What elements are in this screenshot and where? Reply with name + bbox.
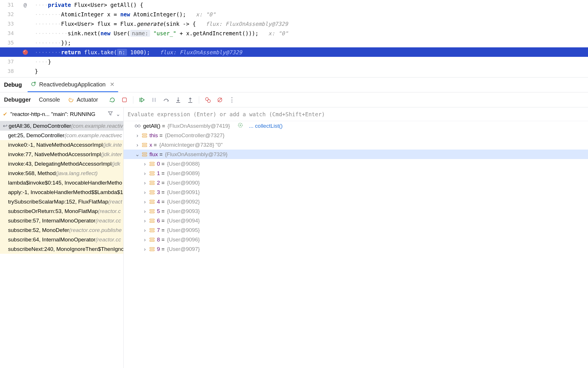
- expand-chevron-icon[interactable]: ›: [143, 227, 147, 233]
- stack-frame[interactable]: get:25, DemoController (com.example.reac…: [0, 131, 123, 140]
- filter-icon[interactable]: [108, 111, 113, 117]
- stack-frame[interactable]: apply:-1, InvocableHandlerMethod$$Lambda…: [0, 187, 123, 197]
- step-over-icon[interactable]: [163, 96, 170, 103]
- stack-frame[interactable]: trySubscribeScalarMap:152, FluxFlatMap (…: [0, 197, 123, 206]
- stack-frame[interactable]: lambda$invoke$0:145, InvocableHandlerMet…: [0, 178, 123, 187]
- expand-chevron-icon[interactable]: ›: [143, 208, 147, 214]
- stack-frame[interactable]: ↩getAll:36, DemoController (com.example.…: [0, 121, 123, 131]
- separator: [133, 96, 133, 104]
- result-row[interactable]: getAll() = {FluxOnAssembly@7419} ... col…: [124, 121, 588, 131]
- collect-list-link[interactable]: ... collectList(): [249, 123, 283, 129]
- variable-row[interactable]: ›3 = {User@9091}: [124, 187, 588, 197]
- thread-selector[interactable]: ✔ "reactor-http-n... "main": RUNNING ⌄: [0, 107, 123, 121]
- stack-frame[interactable]: invoke:568, Method (java.lang.reflect): [0, 168, 123, 178]
- expand-chevron-icon[interactable]: ›: [143, 189, 147, 195]
- evaluate-expression-input[interactable]: Evaluate expression (Enter) or add a wat…: [124, 107, 588, 121]
- more-icon[interactable]: ⋮: [228, 96, 235, 103]
- code-line[interactable]: 33········Flux<User> flux = Flux.generat…: [0, 19, 588, 28]
- svg-rect-26: [150, 191, 154, 192]
- expand-chevron-icon[interactable]: ›: [143, 161, 147, 167]
- frames-panel: ✔ "reactor-http-n... "main": RUNNING ⌄ ↩…: [0, 107, 124, 368]
- stack-frame[interactable]: invoke:43, DelegatingMethodAccessorImpl …: [0, 159, 123, 168]
- variable-row[interactable]: ›1 = {User@9089}: [124, 168, 588, 178]
- variable-row[interactable]: ›0 = {User@9088}: [124, 159, 588, 168]
- stack-frame[interactable]: subscribeOrReturn:53, MonoFlatMap (react…: [0, 206, 123, 216]
- resume-icon[interactable]: [139, 96, 145, 103]
- line-number: 32: [0, 11, 17, 17]
- variable-row[interactable]: ›7 = {User@9095}: [124, 225, 588, 235]
- expand-chevron-icon[interactable]: ›: [143, 199, 147, 205]
- rerun-icon[interactable]: [109, 96, 116, 103]
- svg-rect-38: [150, 247, 154, 249]
- field-icon: [149, 200, 155, 204]
- expand-chevron-icon[interactable]: ›: [143, 246, 147, 252]
- code-text[interactable]: ········Flux<User> flux = Flux.generate(…: [33, 21, 588, 27]
- field-icon: [149, 238, 155, 242]
- expand-chevron-icon[interactable]: ›: [143, 180, 147, 186]
- close-tab-icon[interactable]: ✕: [110, 81, 115, 88]
- frame-list[interactable]: ↩getAll:36, DemoController (com.example.…: [0, 121, 123, 368]
- variable-row[interactable]: ⌄flux = {FluxOnAssembly@7329}: [124, 150, 588, 159]
- reactor-icon: [238, 123, 243, 129]
- stack-frame[interactable]: invoke:77, NativeMethodAccessorImpl (jdk…: [0, 150, 123, 159]
- field-icon: [149, 247, 155, 251]
- code-line[interactable]: 35········});: [0, 38, 588, 47]
- code-line[interactable]: 37····}: [0, 57, 588, 66]
- code-text[interactable]: ····}: [33, 59, 588, 65]
- code-line[interactable]: ········return flux.take(n: 1000); flux:…: [0, 47, 588, 57]
- code-text[interactable]: ··········sink.next(new User(name: "user…: [33, 30, 588, 36]
- code-text[interactable]: ········AtomicInteger x = new AtomicInte…: [33, 11, 588, 18]
- variable-row[interactable]: ›5 = {User@9093}: [124, 206, 588, 216]
- stack-frame[interactable]: subscribe:64, InternalMonoOperator (reac…: [0, 235, 123, 244]
- view-breakpoints-icon[interactable]: [204, 96, 211, 103]
- code-editor[interactable]: 31@····private Flux<User> getAll() {32··…: [0, 0, 588, 78]
- stack-frame[interactable]: subscribe:57, InternalMonoOperator (reac…: [0, 216, 123, 225]
- expand-chevron-icon[interactable]: ›: [143, 218, 147, 224]
- step-into-icon[interactable]: [175, 96, 182, 103]
- code-line[interactable]: 32········AtomicInteger x = new AtomicIn…: [0, 9, 588, 19]
- intention-icon[interactable]: @: [17, 2, 33, 8]
- expand-chevron-icon[interactable]: ⌄: [135, 151, 140, 158]
- code-text[interactable]: ········return flux.take(n: 1000); flux:…: [33, 49, 588, 55]
- expand-chevron-icon[interactable]: ›: [135, 132, 140, 139]
- step-out-icon[interactable]: [187, 96, 194, 103]
- variable-row[interactable]: ›4 = {User@9092}: [124, 197, 588, 206]
- svg-point-11: [138, 125, 140, 127]
- run-config-icon: [31, 81, 37, 88]
- expand-chevron-icon[interactable]: ›: [143, 237, 147, 243]
- expand-chevron-icon[interactable]: ›: [135, 142, 140, 148]
- stack-frame[interactable]: subscribe:52, MonoDefer (reactor.core.pu…: [0, 225, 123, 235]
- code-line[interactable]: 38}: [0, 66, 588, 76]
- variable-row[interactable]: ›8 = {User@9096}: [124, 235, 588, 244]
- svg-point-10: [135, 125, 137, 127]
- variable-row[interactable]: ›9 = {User@9097}: [124, 244, 588, 254]
- code-text[interactable]: }: [33, 68, 588, 74]
- variable-list[interactable]: getAll() = {FluxOnAssembly@7419} ... col…: [124, 121, 588, 368]
- variable-row[interactable]: ›6 = {User@9094}: [124, 216, 588, 225]
- tab-console[interactable]: Console: [39, 96, 60, 103]
- code-line[interactable]: 31@····private Flux<User> getAll() {: [0, 0, 588, 9]
- run-config-tab[interactable]: ReactivedebugApplication ✕: [28, 78, 118, 92]
- expand-chevron-icon[interactable]: ›: [143, 170, 147, 177]
- stack-frame[interactable]: subscribeNext:240, MonoIgnoreThen$ThenIg…: [0, 244, 123, 254]
- stack-frame[interactable]: invoke0:-1, NativeMethodAccessorImpl (jd…: [0, 140, 123, 150]
- stop-icon[interactable]: [121, 96, 128, 103]
- separator: [199, 96, 199, 104]
- svg-rect-22: [150, 172, 154, 173]
- chevron-down-icon[interactable]: ⌄: [116, 111, 120, 117]
- pause-icon[interactable]: [151, 96, 157, 103]
- svg-rect-17: [142, 146, 147, 147]
- svg-rect-15: [142, 136, 147, 137]
- code-text[interactable]: ····private Flux<User> getAll() {: [33, 2, 588, 8]
- svg-rect-27: [150, 193, 154, 194]
- variable-row[interactable]: ›this = {DemoController@7327}: [124, 131, 588, 140]
- tab-actuator[interactable]: Actuator: [77, 96, 98, 103]
- mute-breakpoints-icon[interactable]: [216, 96, 223, 103]
- tab-debugger[interactable]: Debugger: [4, 96, 31, 103]
- code-line[interactable]: 34··········sink.next(new User(name: "us…: [0, 28, 588, 38]
- svg-point-8: [207, 100, 210, 102]
- breakpoint-icon[interactable]: [17, 50, 33, 55]
- variable-row[interactable]: ›x = {AtomicInteger@7328} "0": [124, 140, 588, 150]
- variable-row[interactable]: ›2 = {User@9090}: [124, 178, 588, 187]
- code-text[interactable]: ········});: [33, 40, 588, 46]
